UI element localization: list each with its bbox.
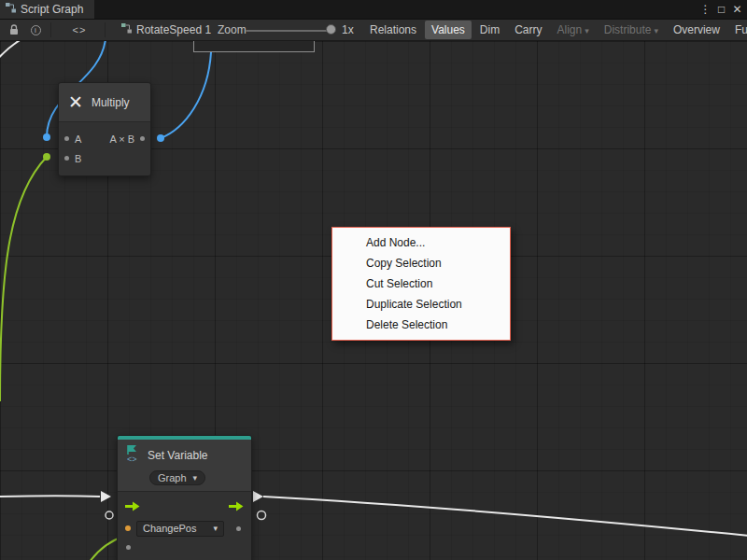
toolbar-separator bbox=[105, 22, 106, 37]
multiply-row-b: B bbox=[59, 148, 150, 168]
chevron-down-icon: ▾ bbox=[193, 473, 198, 483]
graph-instance-label: RotateSpeed 1 bbox=[136, 23, 211, 36]
menu-item-delete-selection[interactable]: Delete Selection bbox=[332, 315, 510, 335]
set-variable-icon: <> bbox=[125, 444, 142, 467]
zoom-slider-track[interactable] bbox=[246, 30, 334, 32]
close-icon[interactable]: ✕ bbox=[730, 3, 744, 16]
align-dropdown[interactable]: Align▾ bbox=[551, 21, 596, 39]
distribute-dropdown[interactable]: Distribute▾ bbox=[598, 21, 665, 39]
multiply-icon: ✕ bbox=[68, 91, 83, 113]
wire-white-topleft bbox=[0, 41, 24, 60]
value-input-port[interactable] bbox=[125, 525, 131, 531]
maximize-icon[interactable]: □ bbox=[714, 3, 728, 16]
toolbar-separator bbox=[50, 22, 51, 37]
tab-label: Script Graph bbox=[21, 3, 83, 16]
info-icon[interactable]: i bbox=[26, 20, 45, 40]
multiply-output-label: A × B bbox=[109, 133, 134, 145]
wire-white-flow-out bbox=[263, 497, 747, 536]
values-button[interactable]: Values bbox=[425, 21, 472, 39]
lock-icon[interactable] bbox=[5, 20, 23, 40]
tab-script-graph[interactable]: Script Graph bbox=[0, 0, 94, 19]
menu-item-duplicate-selection[interactable]: Duplicate Selection bbox=[332, 294, 510, 315]
code-view-icon[interactable]: <> bbox=[63, 20, 95, 40]
set-variable-body: ChangePos ▾ bbox=[118, 492, 251, 560]
graph-canvas[interactable]: ✕ Multiply A A × B B bbox=[0, 41, 747, 560]
context-menu: Add Node... Copy Selection Cut Selection… bbox=[331, 227, 511, 341]
extra-input-port[interactable] bbox=[126, 545, 131, 550]
wire-white-flow-in bbox=[0, 496, 100, 497]
chevron-down-icon: ▾ bbox=[654, 26, 658, 35]
multiply-input-a-port[interactable] bbox=[64, 136, 69, 141]
open-port-ring-right[interactable] bbox=[258, 511, 266, 520]
menu-item-add-node[interactable]: Add Node... bbox=[332, 232, 510, 253]
set-variable-title: Set Variable bbox=[148, 449, 207, 462]
zoom-value: 1x bbox=[342, 20, 354, 40]
svg-text:<>: <> bbox=[127, 455, 137, 463]
chevron-down-icon: ▾ bbox=[585, 26, 589, 35]
open-port-ring-left[interactable] bbox=[106, 511, 113, 519]
toolbar: i <> RotateSpeed 1 Zoom 1x Relations Val… bbox=[0, 19, 747, 41]
value-output-port[interactable] bbox=[236, 526, 241, 531]
relations-button[interactable]: Relations bbox=[363, 21, 423, 39]
flow-arrowhead-in[interactable] bbox=[101, 491, 111, 502]
carry-button[interactable]: Carry bbox=[508, 21, 548, 39]
blue-connection-dot[interactable] bbox=[43, 133, 50, 141]
multiply-node[interactable]: ✕ Multiply A A × B B bbox=[58, 82, 151, 176]
dim-button[interactable]: Dim bbox=[473, 21, 506, 39]
multiply-output-port[interactable] bbox=[140, 136, 145, 141]
multiply-input-b-port[interactable] bbox=[64, 156, 69, 161]
multiply-input-a-label: A bbox=[75, 133, 81, 145]
wire-green-left bbox=[0, 157, 47, 401]
toolbar-buttons: Relations Values Dim Carry Align▾ Distri… bbox=[362, 20, 747, 40]
script-graph-icon bbox=[6, 3, 16, 16]
graph-instance-icon bbox=[121, 23, 132, 36]
flow-arrowhead-out[interactable] bbox=[253, 491, 263, 502]
titlebar: Script Graph ⋮ □ ✕ bbox=[0, 0, 747, 19]
flow-output-arrow-icon[interactable] bbox=[229, 498, 244, 515]
set-variable-node[interactable]: <> Set Variable Graph ▾ bbox=[117, 435, 252, 560]
script-graph-window: Script Graph ⋮ □ ✕ i <> RotateSpeed 1 Zo… bbox=[0, 0, 747, 560]
multiply-row-a: A A × B bbox=[59, 129, 150, 148]
chevron-down-icon: ▾ bbox=[213, 524, 218, 533]
multiply-node-header[interactable]: ✕ Multiply bbox=[59, 83, 150, 122]
zoom-slider-knob[interactable] bbox=[326, 24, 336, 35]
variable-scope-dropdown[interactable]: Graph ▾ bbox=[149, 470, 205, 485]
more-icon[interactable]: ⋮ bbox=[698, 3, 712, 16]
menu-item-copy-selection[interactable]: Copy Selection bbox=[332, 253, 510, 273]
fullscreen-button[interactable]: Full Screen bbox=[728, 21, 747, 39]
multiply-node-body: A A × B B bbox=[59, 122, 150, 175]
empty-text-field[interactable] bbox=[193, 41, 315, 52]
flow-port-row bbox=[118, 497, 251, 516]
multiply-input-b-label: B bbox=[75, 153, 81, 164]
green-connection-dot[interactable] bbox=[43, 153, 50, 161]
menu-item-cut-selection[interactable]: Cut Selection bbox=[332, 273, 510, 294]
window-controls: ⋮ □ ✕ bbox=[698, 3, 747, 16]
set-variable-header[interactable]: <> Set Variable Graph ▾ bbox=[118, 440, 251, 492]
variable-value-row: ChangePos ▾ bbox=[118, 518, 251, 539]
flow-input-arrow-icon[interactable] bbox=[125, 498, 140, 515]
extra-port-row bbox=[118, 539, 251, 555]
multiply-node-title: Multiply bbox=[92, 96, 130, 109]
wire-blue-output bbox=[161, 52, 211, 138]
blue-output-dot[interactable] bbox=[157, 134, 164, 142]
overview-button[interactable]: Overview bbox=[667, 21, 726, 39]
variable-name-dropdown[interactable]: ChangePos ▾ bbox=[136, 521, 224, 537]
zoom-label: Zoom bbox=[218, 20, 247, 40]
graph-instance[interactable]: RotateSpeed 1 bbox=[121, 20, 211, 40]
